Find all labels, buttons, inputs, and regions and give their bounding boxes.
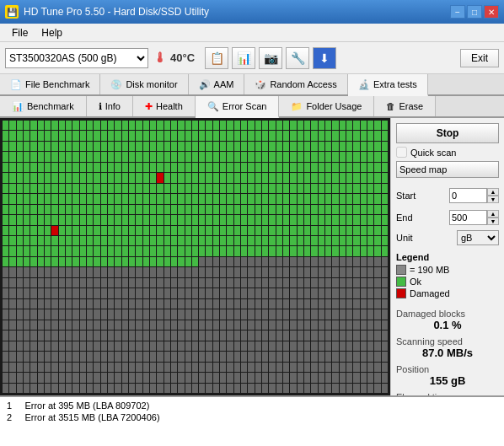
start-spin-up[interactable]: ▲: [487, 188, 499, 196]
menu-help[interactable]: Help: [35, 26, 69, 40]
tab-file-benchmark[interactable]: 📄 File Benchmark: [0, 74, 100, 94]
grid-cell: [51, 352, 57, 361]
tab-random-access[interactable]: 🎲 Random Access: [244, 74, 347, 94]
error-log: 1 Error at 395 MB (LBA 809702) 2 Error a…: [0, 395, 504, 446]
tab-folder-usage[interactable]: 📁 Folder Usage: [279, 96, 374, 116]
grid-cell: [51, 267, 57, 277]
grid-cell: [192, 246, 198, 255]
grid-cell: [319, 142, 324, 151]
grid-cell: [192, 352, 198, 361]
grid-cell: [199, 288, 205, 298]
grid-cell: [353, 352, 359, 361]
grid-cell: [220, 320, 226, 330]
grid-cell: [59, 205, 65, 214]
grid-cell: [185, 363, 191, 372]
grid-cell: [185, 163, 191, 172]
toolbar-btn-3[interactable]: 📷: [259, 47, 282, 69]
close-button[interactable]: ✕: [484, 5, 499, 19]
grid-cell: [346, 352, 352, 361]
grid-cell: [311, 246, 317, 255]
grid-cell: [45, 173, 51, 182]
toolbar-btn-4[interactable]: 🔧: [286, 47, 309, 69]
grid-cell: [17, 257, 23, 266]
grid-cell: [3, 184, 8, 193]
tab-erase[interactable]: 🗑 Erase: [374, 96, 436, 116]
grid-cell: [290, 184, 296, 193]
grid-cell: [241, 226, 247, 235]
toolbar-btn-2[interactable]: 📊: [232, 47, 255, 69]
tab-aam[interactable]: 🔊 AAM: [189, 74, 245, 94]
stop-button[interactable]: Stop: [396, 123, 499, 143]
grid-cell: [24, 257, 29, 266]
grid-cell: [304, 215, 310, 224]
grid-cell: [332, 236, 338, 245]
tab-info[interactable]: ℹ Info: [87, 96, 133, 116]
grid-cell: [227, 267, 233, 277]
grid-cell: [234, 299, 240, 309]
grid-cell: [178, 341, 184, 351]
grid-cell: [17, 205, 23, 214]
tab-benchmark[interactable]: 📊 Benchmark: [0, 96, 87, 116]
grid-cell: [325, 330, 331, 340]
grid-cell: [3, 320, 8, 330]
end-spin-up[interactable]: ▲: [487, 210, 499, 218]
grid-cell: [9, 142, 15, 151]
minimize-button[interactable]: −: [450, 5, 465, 19]
grid-cell: [325, 299, 331, 309]
grid-cell: [66, 163, 72, 172]
grid-cell: [30, 288, 36, 298]
menu-file[interactable]: File: [5, 26, 35, 40]
grid-cell: [325, 257, 331, 266]
tab-health[interactable]: ✚ Health: [133, 96, 196, 116]
tab-extra-tests[interactable]: 🔬 Extra tests: [348, 74, 428, 96]
grid-cell: [157, 320, 163, 330]
start-input[interactable]: [449, 188, 487, 203]
start-spin-down[interactable]: ▼: [487, 196, 499, 203]
toolbar-btn-5[interactable]: ⬇: [313, 47, 336, 69]
grid-cell: [101, 236, 107, 245]
end-label: End: [396, 212, 413, 223]
grid-cell: [129, 299, 135, 309]
exit-button[interactable]: Exit: [460, 49, 499, 67]
grid-cell: [178, 236, 184, 245]
grid-cell: [17, 278, 23, 287]
grid-cell: [255, 299, 261, 309]
grid-cell: [304, 278, 310, 287]
grid-cell: [319, 257, 324, 266]
tab-disk-monitor[interactable]: 💿 Disk monitor: [100, 74, 188, 94]
grid-cell: [206, 236, 212, 245]
legend-item-gray: = 190 MB: [396, 265, 499, 275]
grid-cell: [332, 121, 338, 130]
grid-cell: [108, 163, 114, 172]
grid-cell: [298, 309, 303, 319]
end-spin-down[interactable]: ▼: [487, 218, 499, 225]
device-select[interactable]: ST3500320AS (500 gB): [5, 48, 148, 68]
quick-scan-checkbox[interactable]: [396, 147, 407, 158]
unit-select[interactable]: MB gB Sectors: [457, 230, 499, 245]
toolbar-btn-1[interactable]: 📋: [205, 47, 228, 69]
speed-map-button[interactable]: Speed map: [396, 161, 499, 178]
grid-cell: [66, 363, 72, 372]
grid-cell: [206, 278, 212, 287]
grid-cell: [269, 363, 275, 372]
grid-cell: [38, 163, 44, 172]
grid-cell: [24, 205, 29, 214]
end-input[interactable]: [449, 210, 487, 225]
grid-cell: [80, 363, 86, 372]
grid-cell: [340, 341, 346, 351]
maximize-button[interactable]: □: [467, 5, 482, 19]
grid-cell: [24, 288, 29, 298]
grid-cell: [234, 278, 240, 287]
grid-cell: [45, 278, 51, 287]
grid-cell: [185, 320, 191, 330]
grid-cell: [311, 236, 317, 245]
grid-cell: [213, 184, 219, 193]
grid-cell: [115, 352, 121, 361]
grid-cell: [164, 352, 170, 361]
grid-cell: [178, 131, 184, 140]
tab-error-scan[interactable]: 🔍 Error Scan: [196, 96, 280, 118]
grid-cell: [171, 184, 177, 193]
grid-cell: [157, 142, 163, 151]
grid-cell: [332, 215, 338, 224]
grid-cell: [9, 194, 15, 203]
